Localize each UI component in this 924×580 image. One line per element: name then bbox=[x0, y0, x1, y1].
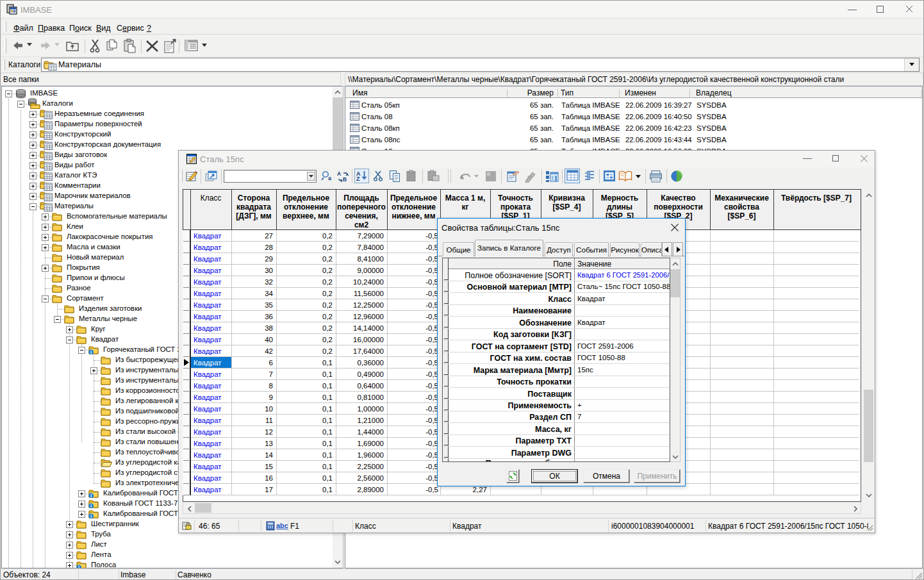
svg-text:B: B bbox=[343, 176, 347, 182]
svg-text:A: A bbox=[337, 170, 341, 177]
svg-text:Z: Z bbox=[356, 176, 360, 181]
svg-text:a: a bbox=[328, 175, 332, 181]
